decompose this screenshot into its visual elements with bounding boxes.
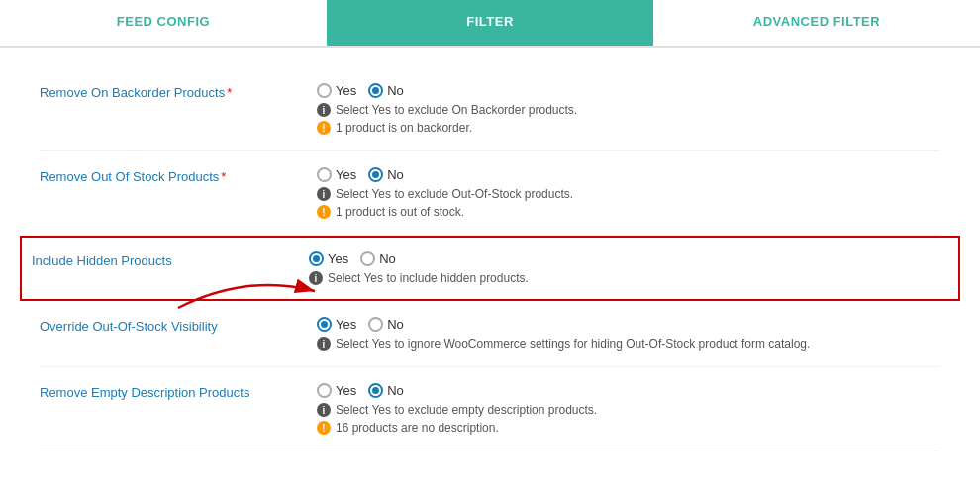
hint-override-info-text: Select Yes to ignore WooCommerce setting… (336, 337, 810, 351)
tab-feed-config[interactable]: FEED CONFIG (0, 0, 327, 46)
warning-icon-oos: ! (317, 205, 331, 219)
radio-group-backorder: Yes No (317, 83, 940, 98)
tab-advanced-filter-label: ADVANCED FILTER (753, 14, 880, 29)
filter-content: Remove On Backorder Products* Yes No i S… (0, 48, 980, 471)
radio-circle-hidden-yes (309, 251, 324, 266)
radio-label-no: No (387, 83, 404, 98)
info-icon-override: i (317, 337, 331, 351)
radio-circle-backorder-no (368, 83, 383, 98)
radio-label-yes-emptydesc: Yes (336, 383, 356, 398)
radio-label-yes-oos: Yes (336, 167, 356, 182)
radio-group-empty-desc: Yes No (317, 383, 940, 398)
radio-circle-oos-no (368, 167, 383, 182)
field-include-hidden: Yes No i Select Yes to include hidden pr… (309, 251, 948, 285)
hint-emptydesc-info: i Select Yes to exclude empty descriptio… (317, 403, 940, 417)
hint-oos-warning: ! 1 product is out of stock. (317, 205, 940, 219)
radio-label-yes: Yes (336, 83, 356, 98)
hint-backorder-warning: ! 1 product is on backorder. (317, 121, 940, 135)
radio-empty-desc-yes[interactable]: Yes (317, 383, 356, 398)
info-icon: i (317, 103, 331, 117)
radio-empty-desc-no[interactable]: No (368, 383, 404, 398)
row-remove-out-of-stock: Remove Out Of Stock Products* Yes No i S… (40, 151, 940, 236)
label-remove-backorder: Remove On Backorder Products* (40, 83, 317, 100)
radio-circle-hidden-no (360, 251, 375, 266)
radio-override-oos-yes[interactable]: Yes (317, 317, 356, 332)
radio-circle-emptydesc-no (368, 383, 383, 398)
radio-circle-emptydesc-yes (317, 383, 332, 398)
radio-label-no-emptydesc: No (387, 383, 404, 398)
hint-hidden-info-text: Select Yes to include hidden products. (328, 271, 529, 285)
radio-out-of-stock-no[interactable]: No (368, 167, 404, 182)
radio-override-oos-no[interactable]: No (368, 317, 404, 332)
tab-filter-label: FILTER (466, 14, 514, 29)
radio-label-no-oos: No (387, 167, 404, 182)
label-override-oos: Override Out-Of-Stock Visibility (40, 317, 317, 334)
hint-emptydesc-info-text: Select Yes to exclude empty description … (336, 403, 597, 417)
radio-group-hidden: Yes No (309, 251, 948, 266)
radio-hidden-no[interactable]: No (360, 251, 396, 266)
radio-label-yes-hidden: Yes (328, 251, 348, 266)
row-include-hidden: Include Hidden Products Yes No i Select … (20, 236, 960, 301)
hint-backorder-info: i Select Yes to exclude On Backorder pro… (317, 103, 940, 117)
tab-filter[interactable]: FILTER (327, 0, 653, 46)
hint-oos-info-text: Select Yes to exclude Out-Of-Stock produ… (336, 187, 573, 201)
hint-oos-info: i Select Yes to exclude Out-Of-Stock pro… (317, 187, 940, 201)
label-remove-out-of-stock: Remove Out Of Stock Products* (40, 167, 317, 184)
radio-group-override-oos: Yes No (317, 317, 940, 332)
radio-out-of-stock-yes[interactable]: Yes (317, 167, 356, 182)
hint-override-info: i Select Yes to ignore WooCommerce setti… (317, 337, 940, 351)
radio-group-out-of-stock: Yes No (317, 167, 940, 182)
radio-label-no-hidden: No (379, 251, 396, 266)
label-include-hidden: Include Hidden Products (32, 251, 309, 268)
row-remove-backorder: Remove On Backorder Products* Yes No i S… (40, 67, 940, 151)
tab-feed-config-label: FEED CONFIG (117, 14, 210, 29)
hint-backorder-warning-text: 1 product is on backorder. (336, 121, 472, 135)
radio-circle-oos-yes (317, 167, 332, 182)
hint-oos-warning-text: 1 product is out of stock. (336, 205, 464, 219)
radio-backorder-no[interactable]: No (368, 83, 404, 98)
radio-label-no-override: No (387, 317, 404, 332)
warning-icon-emptydesc: ! (317, 421, 331, 435)
field-override-oos: Yes No i Select Yes to ignore WooCommerc… (317, 317, 940, 351)
radio-circle-override-no (368, 317, 383, 332)
row-remove-empty-desc: Remove Empty Description Products Yes No… (40, 367, 940, 451)
row-override-oos: Override Out-Of-Stock Visibility Yes No … (40, 301, 940, 367)
tab-bar: FEED CONFIG FILTER ADVANCED FILTER (0, 0, 980, 48)
tab-advanced-filter[interactable]: ADVANCED FILTER (653, 0, 980, 46)
hint-backorder-info-text: Select Yes to exclude On Backorder produ… (336, 103, 577, 117)
radio-label-yes-override: Yes (336, 317, 356, 332)
warning-icon: ! (317, 121, 331, 135)
info-icon-hidden: i (309, 271, 323, 285)
field-remove-out-of-stock: Yes No i Select Yes to exclude Out-Of-St… (317, 167, 940, 219)
field-remove-empty-desc: Yes No i Select Yes to exclude empty des… (317, 383, 940, 435)
hint-emptydesc-warning-text: 16 products are no description. (336, 421, 499, 435)
info-icon-emptydesc: i (317, 403, 331, 417)
field-remove-backorder: Yes No i Select Yes to exclude On Backor… (317, 83, 940, 135)
label-remove-empty-desc: Remove Empty Description Products (40, 383, 317, 400)
radio-circle-override-yes (317, 317, 332, 332)
radio-hidden-yes[interactable]: Yes (309, 251, 348, 266)
hint-emptydesc-warning: ! 16 products are no description. (317, 421, 940, 435)
info-icon-oos: i (317, 187, 331, 201)
radio-backorder-yes[interactable]: Yes (317, 83, 356, 98)
hint-hidden-info: i Select Yes to include hidden products. (309, 271, 948, 285)
radio-circle-backorder-yes (317, 83, 332, 98)
